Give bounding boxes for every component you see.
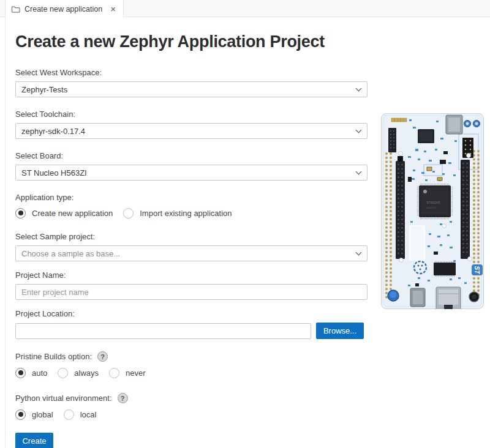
toolchain-label: Select Toolchain: (15, 110, 368, 119)
project-name-label: Project Name: (15, 271, 368, 280)
chevron-down-icon (356, 249, 362, 255)
sample-project-select[interactable]: Choose a sample as base... (15, 245, 368, 261)
radio-circle[interactable] (109, 368, 119, 378)
project-location-label: Project Location: (15, 309, 368, 318)
svg-text:STM32H5: STM32H5 (426, 201, 440, 204)
radio-label: global (32, 410, 53, 419)
radio-label: Create new application (32, 209, 113, 218)
pristine-radio-row: auto always never (15, 366, 368, 379)
west-workspace-select[interactable]: Zephyr-Tests (15, 81, 368, 97)
radio-pristine-never[interactable]: never (109, 368, 146, 378)
pristine-builds-group: Pristine Builds option: ? auto always ne… (15, 351, 368, 379)
board-label: Select Board: (15, 151, 368, 160)
tab-close-icon[interactable]: × (109, 4, 117, 14)
pristine-builds-label: Pristine Builds option: ? (15, 351, 368, 362)
radio-circle[interactable] (58, 368, 68, 378)
project-location-row: Browse... (15, 323, 368, 339)
project-location-input[interactable] (15, 323, 311, 339)
radio-circle[interactable] (15, 409, 26, 420)
toolchain-select[interactable]: zephyr-sdk-0.17.4 (15, 123, 368, 139)
application-type-radio-row: Create new application Import existing a… (15, 206, 368, 220)
radio-circle[interactable] (15, 368, 26, 378)
west-workspace-label: Select West Workspace: (15, 68, 368, 77)
radio-create-new-application[interactable]: Create new application (15, 208, 113, 218)
radio-label: always (74, 368, 99, 378)
radio-circle[interactable] (123, 208, 134, 218)
python-venv-group: Python virtual environment: ? global loc… (15, 393, 368, 421)
project-name-input[interactable] (15, 284, 368, 300)
svg-text:563ZIT6: 563ZIT6 (426, 206, 436, 209)
radio-pristine-auto[interactable]: auto (15, 368, 47, 378)
toolchain-group: Select Toolchain: zephyr-sdk-0.17.4 (15, 110, 368, 139)
radio-label: local (80, 410, 97, 419)
chevron-down-icon (356, 127, 362, 133)
editor-tab-bar: Create new application × (0, 0, 490, 17)
sample-project-placeholder: Choose a sample as base... (21, 249, 356, 258)
radio-label: auto (32, 368, 47, 378)
sample-project-group: Select Sample project: Choose a sample a… (15, 232, 368, 261)
python-venv-label: Python virtual environment: ? (15, 393, 368, 403)
application-type-group: Application type: Create new application… (15, 193, 368, 220)
west-workspace-group: Select West Workspace: Zephyr-Tests (15, 68, 368, 97)
chevron-down-icon (356, 168, 362, 174)
board-photo: STM32H5 563ZIT6 (381, 113, 484, 309)
pristine-builds-label-text: Pristine Builds option: (15, 352, 92, 361)
tab-title: Create new application (24, 5, 102, 13)
radio-pristine-always[interactable]: always (58, 368, 99, 378)
create-button[interactable]: Create (15, 433, 53, 448)
radio-circle[interactable] (15, 208, 26, 218)
radio-venv-global[interactable]: global (15, 409, 53, 420)
board-value: ST Nucleo H563ZI (21, 168, 356, 177)
folder-icon (11, 5, 20, 13)
page-title: Create a new Zephyr Application Project (15, 32, 490, 51)
radio-label: Import existing application (140, 209, 232, 218)
python-venv-label-text: Python virtual environment: (15, 394, 112, 403)
project-name-group: Project Name: (15, 271, 368, 300)
chevron-down-icon (356, 85, 362, 91)
radio-import-existing-application[interactable]: Import existing application (123, 208, 232, 218)
svg-text:ST: ST (473, 266, 480, 275)
help-icon[interactable]: ? (97, 351, 108, 362)
board-select[interactable]: ST Nucleo H563ZI (15, 165, 368, 181)
radio-label: never (126, 368, 146, 378)
venv-radio-row: global local (15, 408, 368, 421)
board-group: Select Board: ST Nucleo H563ZI (15, 151, 368, 181)
tab-create-new-application[interactable]: Create new application × (5, 0, 124, 18)
browse-button[interactable]: Browse... (316, 323, 364, 339)
radio-circle[interactable] (64, 409, 74, 420)
toolchain-value: zephyr-sdk-0.17.4 (21, 127, 356, 136)
project-location-group: Project Location: Browse... (15, 309, 368, 339)
radio-venv-local[interactable]: local (64, 409, 97, 420)
application-type-label: Application type: (15, 193, 368, 202)
sample-project-label: Select Sample project: (15, 232, 368, 241)
help-icon[interactable]: ? (118, 393, 128, 403)
west-workspace-value: Zephyr-Tests (21, 85, 356, 94)
